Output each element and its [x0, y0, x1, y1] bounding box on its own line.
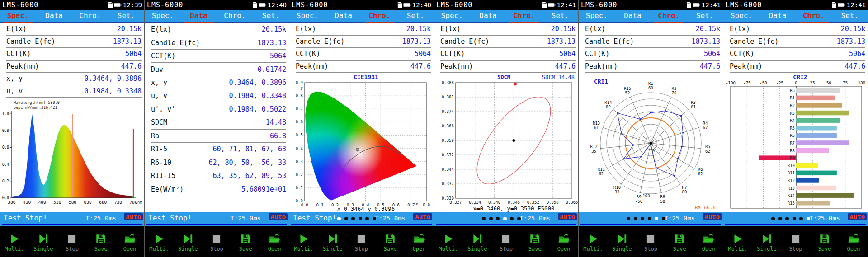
multi-play-icon [153, 233, 165, 245]
tab-data[interactable]: Data [760, 10, 796, 22]
y-tick: 0.337 [442, 182, 454, 186]
tab-set[interactable]: Set. [687, 10, 723, 22]
row-value: 20.15k [406, 25, 431, 33]
open-button[interactable]: Open [839, 231, 868, 252]
tab-spec[interactable]: Spec. [0, 10, 36, 22]
multi-play-icon [587, 233, 599, 245]
auto-mode-badge[interactable]: Auto [269, 213, 288, 220]
single-button[interactable]: Single [174, 231, 203, 252]
x-tick: 580 [69, 200, 76, 205]
tab-spec[interactable]: Spec. [579, 10, 615, 22]
radar-axis-value: 52 [625, 91, 630, 95]
open-button[interactable]: Open [549, 231, 578, 252]
stop-button[interactable]: Stop [492, 231, 521, 252]
page-dot [634, 217, 637, 220]
sdcm-value-label: SDCM=14.48 [542, 74, 575, 80]
single-button[interactable]: Single [752, 231, 781, 252]
row-label: Peak(nm) [440, 62, 473, 70]
table-row: E(lx)20.15k [440, 23, 576, 36]
tab-set[interactable]: Set. [253, 10, 289, 22]
stop-button[interactable]: Stop [781, 231, 810, 252]
tab-chro[interactable]: Chro. [506, 10, 542, 22]
single-button[interactable]: Single [29, 231, 58, 252]
row-label: E(lx) [6, 25, 27, 33]
page-dot [771, 217, 775, 220]
save-button[interactable]: Save [665, 231, 694, 252]
save-button[interactable]: Save [86, 231, 115, 252]
reference-point [512, 139, 515, 142]
save-button[interactable]: Save [810, 231, 839, 252]
device-title: LMS-6000 [292, 1, 328, 9]
open-button[interactable]: Open [260, 231, 289, 252]
tab-spec[interactable]: Spec. [723, 10, 760, 22]
save-icon [240, 233, 251, 245]
multi-button[interactable]: Multi. [434, 231, 463, 252]
auto-mode-badge[interactable]: Auto [848, 213, 867, 220]
save-button[interactable]: Save [376, 231, 405, 252]
auto-mode-badge[interactable]: Auto [124, 213, 143, 220]
multi-button[interactable]: Multi. [0, 231, 29, 252]
bar-r5 [796, 126, 837, 131]
stop-button[interactable]: Stop [203, 231, 231, 252]
single-play-icon [761, 233, 773, 245]
auto-mode-badge[interactable]: Auto [558, 213, 577, 220]
table-row: SDCM14.48 [151, 116, 286, 129]
tab-set[interactable]: Set. [832, 10, 868, 22]
battery-icon [693, 3, 700, 7]
tab-data[interactable]: Data [470, 10, 506, 22]
radar-axis-value: 89 [606, 105, 611, 109]
single-button[interactable]: Single [608, 231, 637, 252]
table-row: Candle E(fc)1873.13 [6, 36, 142, 48]
row-label: Candle E(fc) [151, 39, 200, 47]
x-tick: 0.334 [469, 200, 481, 205]
multi-button[interactable]: Multi. [289, 231, 318, 252]
open-button[interactable]: Open [694, 231, 723, 252]
save-button[interactable]: Save [520, 231, 549, 252]
sdcm-chart: 0.3300.3370.3440.3520.3590.3660.3740.381… [434, 73, 578, 212]
tab-chro[interactable]: Chro. [72, 10, 108, 22]
tab-chro[interactable]: Chro. [217, 10, 253, 22]
x-tick: 430 [23, 200, 31, 205]
stop-button[interactable]: Stop [637, 231, 665, 252]
tab-data[interactable]: Data [36, 10, 72, 22]
page-dot [785, 217, 789, 220]
tab-spec[interactable]: Spec. [434, 10, 470, 22]
row-label: Ra [151, 132, 159, 140]
tab-data[interactable]: Data [181, 10, 217, 22]
tab-data[interactable]: Data [326, 10, 362, 22]
table-row: E(lx)20.15k [151, 23, 286, 36]
bar-label: R1 [790, 96, 795, 100]
row-label: CCT(K) [730, 50, 754, 58]
tab-spec[interactable]: Spec. [289, 10, 326, 22]
cie1931-chart: 0.00.10.20.30.40.50.60.70.80.00.10.20.30… [289, 73, 434, 212]
tab-data[interactable]: Data [615, 10, 651, 22]
auto-mode-badge[interactable]: Auto [413, 213, 432, 220]
tab-chro[interactable]: Chro. [362, 10, 398, 22]
open-button[interactable]: Open [115, 231, 144, 252]
multi-button[interactable]: Multi. [145, 231, 174, 252]
tab-set[interactable]: Set. [397, 10, 434, 22]
toolbar-button-label: Stop [789, 246, 802, 252]
status-text: Test Stop! [148, 214, 192, 222]
auto-mode-badge[interactable]: Auto [703, 213, 722, 220]
multi-button[interactable]: Multi. [579, 231, 608, 252]
table-row: u', v'0.1984, 0.5022 [151, 103, 286, 116]
single-button[interactable]: Single [463, 231, 492, 252]
row-value: 20.15k [117, 25, 142, 33]
multi-button[interactable]: Multi. [723, 231, 752, 252]
tab-chro[interactable]: Chro. [796, 10, 832, 22]
open-button[interactable]: Open [405, 231, 434, 252]
tab-chro[interactable]: Chro. [651, 10, 687, 22]
stop-button[interactable]: Stop [347, 231, 376, 252]
progress-bar [2, 224, 142, 225]
bar-r14 [796, 193, 854, 198]
single-button[interactable]: Single [318, 231, 347, 252]
tab-set[interactable]: Set. [108, 10, 144, 22]
stop-button[interactable]: Stop [58, 231, 87, 252]
status-bar: T:25.0msAuto [434, 212, 578, 226]
tab-set[interactable]: Set. [542, 10, 578, 22]
save-button[interactable]: Save [231, 231, 260, 252]
tab-spec[interactable]: Spec. [145, 10, 181, 22]
table-row: Candle E(fc)1873.13 [151, 36, 286, 49]
table-row: x, y0.3464, 0.3896 [151, 76, 286, 89]
